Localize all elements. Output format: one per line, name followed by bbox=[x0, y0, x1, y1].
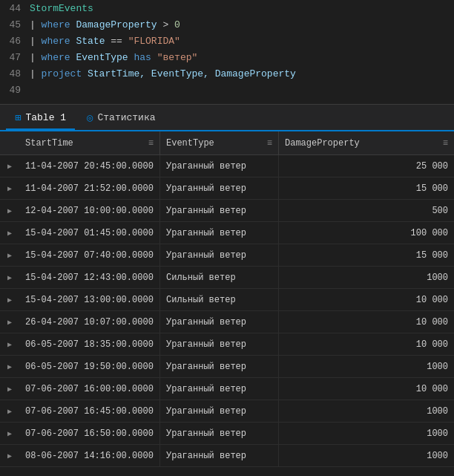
column-filter-icon[interactable]: ≡ bbox=[148, 138, 154, 149]
td-damageproperty: 1000 bbox=[279, 445, 454, 466]
row-expand-button[interactable]: ▶ bbox=[0, 362, 19, 371]
row-expand-button[interactable]: ▶ bbox=[0, 251, 19, 260]
line-number: 46 bbox=[0, 36, 30, 47]
td-starttime: 07-06-2007 16:00:00.0000 bbox=[19, 378, 160, 400]
td-damageproperty: 1000 bbox=[279, 423, 454, 444]
table-row: ▶26-04-2007 10:07:00.0000Ураганный ветер… bbox=[0, 311, 454, 333]
table-row: ▶07-06-2007 16:45:00.0000Ураганный ветер… bbox=[0, 400, 454, 423]
line-number: 49 bbox=[0, 85, 30, 96]
td-eventtype: Ураганный ветер bbox=[160, 333, 279, 355]
td-eventtype: Ураганный ветер bbox=[160, 445, 279, 466]
table-row: ▶06-05-2007 18:35:00.0000Ураганный ветер… bbox=[0, 333, 454, 356]
line-number: 45 bbox=[0, 19, 30, 30]
stats-icon: ◎ bbox=[87, 111, 93, 124]
td-starttime: 15-04-2007 07:40:00.0000 bbox=[19, 244, 160, 266]
row-expand-button[interactable]: ▶ bbox=[0, 273, 19, 282]
td-damageproperty: 15 000 bbox=[279, 177, 454, 199]
table-icon: ⊞ bbox=[15, 111, 21, 124]
row-expand-button[interactable]: ▶ bbox=[0, 162, 19, 171]
td-eventtype: Ураганный ветер bbox=[160, 378, 279, 400]
td-eventtype: Ураганный ветер bbox=[160, 400, 279, 422]
td-eventtype: Ураганный ветер bbox=[160, 423, 279, 444]
table-row: ▶11-04-2007 21:52:00.0000Ураганный ветер… bbox=[0, 177, 454, 200]
row-expand-button[interactable]: ▶ bbox=[0, 407, 19, 416]
code-line: 46| where State == "FLORIDA" bbox=[0, 36, 454, 52]
row-expand-button[interactable]: ▶ bbox=[0, 340, 19, 349]
table-row: ▶06-05-2007 19:50:00.0000Ураганный ветер… bbox=[0, 356, 454, 378]
tab-label: Table 1 bbox=[25, 112, 66, 123]
th-label: EventType bbox=[166, 138, 214, 149]
line-content: | where State == "FLORIDA" bbox=[30, 36, 454, 47]
td-damageproperty: 10 000 bbox=[279, 378, 454, 400]
tabs-bar: ⊞Table 1◎Статистика bbox=[0, 105, 454, 131]
td-starttime: 07-06-2007 16:50:00.0000 bbox=[19, 423, 160, 444]
td-eventtype: Ураганный ветер bbox=[160, 311, 279, 333]
td-eventtype: Ураганный ветер bbox=[160, 244, 279, 266]
table-row: ▶15-04-2007 01:45:00.0000Ураганный ветер… bbox=[0, 222, 454, 244]
table-row: ▶12-04-2007 10:00:00.0000Ураганный ветер… bbox=[0, 200, 454, 222]
row-expand-button[interactable]: ▶ bbox=[0, 296, 19, 304]
code-line: 49 bbox=[0, 85, 454, 101]
td-damageproperty: 500 bbox=[279, 200, 454, 221]
td-eventtype: Ураганный ветер bbox=[160, 177, 279, 199]
td-eventtype: Ураганный ветер bbox=[160, 222, 279, 244]
td-starttime: 12-04-2007 10:00:00.0000 bbox=[19, 200, 160, 221]
line-number: 47 bbox=[0, 52, 30, 63]
th-starttime: StartTime≡ bbox=[19, 131, 160, 154]
td-starttime: 15-04-2007 01:45:00.0000 bbox=[19, 222, 160, 244]
row-expand-button[interactable]: ▶ bbox=[0, 318, 19, 327]
code-line: 45| where DamageProperty > 0 bbox=[0, 19, 454, 36]
table-row: ▶07-06-2007 16:00:00.0000Ураганный ветер… bbox=[0, 378, 454, 400]
td-starttime: 26-04-2007 10:07:00.0000 bbox=[19, 311, 160, 333]
line-number: 44 bbox=[0, 3, 30, 14]
row-expand-button[interactable]: ▶ bbox=[0, 429, 19, 438]
line-content: | project StartTime, EventType, DamagePr… bbox=[30, 68, 454, 79]
td-damageproperty: 1000 bbox=[279, 400, 454, 422]
th-eventtype: EventType≡ bbox=[160, 131, 279, 154]
column-filter-icon[interactable]: ≡ bbox=[267, 138, 272, 149]
table-row: ▶15-04-2007 07:40:00.0000Ураганный ветер… bbox=[0, 244, 454, 267]
td-starttime: 11-04-2007 20:45:00.0000 bbox=[19, 155, 160, 177]
code-line: 48| project StartTime, EventType, Damage… bbox=[0, 68, 454, 85]
table-row: ▶11-04-2007 20:45:00.0000Ураганный ветер… bbox=[0, 155, 454, 177]
td-starttime: 06-05-2007 18:35:00.0000 bbox=[19, 333, 160, 355]
td-eventtype: Сильный ветер bbox=[160, 289, 279, 310]
row-expand-button[interactable]: ▶ bbox=[0, 184, 19, 193]
line-content: StormEvents bbox=[30, 3, 454, 14]
td-damageproperty: 25 000 bbox=[279, 155, 454, 177]
th-label: DamageProperty bbox=[285, 138, 360, 149]
th-damageproperty: DamageProperty≡ bbox=[279, 131, 454, 154]
td-eventtype: Ураганный ветер bbox=[160, 356, 279, 377]
td-damageproperty: 1000 bbox=[279, 267, 454, 288]
table-row: ▶15-04-2007 13:00:00.0000Сильный ветер10… bbox=[0, 289, 454, 311]
td-eventtype: Сильный ветер bbox=[160, 267, 279, 288]
td-damageproperty: 15 000 bbox=[279, 244, 454, 266]
td-starttime: 11-04-2007 21:52:00.0000 bbox=[19, 177, 160, 199]
line-content: | where DamageProperty > 0 bbox=[30, 19, 454, 30]
table-row: ▶15-04-2007 12:43:00.0000Сильный ветер10… bbox=[0, 267, 454, 289]
row-expand-button[interactable]: ▶ bbox=[0, 206, 19, 215]
table-header: StartTime≡EventType≡DamageProperty≡ bbox=[0, 131, 454, 155]
td-damageproperty: 1000 bbox=[279, 356, 454, 377]
row-expand-button[interactable]: ▶ bbox=[0, 229, 19, 238]
th-label: StartTime bbox=[25, 138, 73, 149]
code-line: 47| where EventType has "ветер" bbox=[0, 52, 454, 68]
td-starttime: 08-06-2007 14:16:00.0000 bbox=[19, 445, 160, 466]
td-eventtype: Ураганный ветер bbox=[160, 200, 279, 221]
column-filter-icon[interactable]: ≡ bbox=[443, 138, 448, 149]
td-eventtype: Ураганный ветер bbox=[160, 155, 279, 177]
td-damageproperty: 10 000 bbox=[279, 289, 454, 310]
table-row: ▶08-06-2007 14:16:00.0000Ураганный ветер… bbox=[0, 445, 454, 467]
row-expand-button[interactable]: ▶ bbox=[0, 385, 19, 394]
row-expand-button[interactable]: ▶ bbox=[0, 451, 19, 460]
tab-table[interactable]: ⊞Table 1 bbox=[6, 107, 75, 130]
td-starttime: 15-04-2007 12:43:00.0000 bbox=[19, 267, 160, 288]
td-damageproperty: 10 000 bbox=[279, 333, 454, 355]
tab-stats[interactable]: ◎Статистика bbox=[78, 107, 164, 130]
code-editor: 44StormEvents45| where DamageProperty > … bbox=[0, 0, 454, 105]
td-starttime: 06-05-2007 19:50:00.0000 bbox=[19, 356, 160, 377]
line-content: | where EventType has "ветер" bbox=[30, 52, 454, 63]
tab-label: Статистика bbox=[97, 112, 155, 123]
td-starttime: 07-06-2007 16:45:00.0000 bbox=[19, 400, 160, 422]
table-area: StartTime≡EventType≡DamageProperty≡▶11-0… bbox=[0, 131, 454, 467]
